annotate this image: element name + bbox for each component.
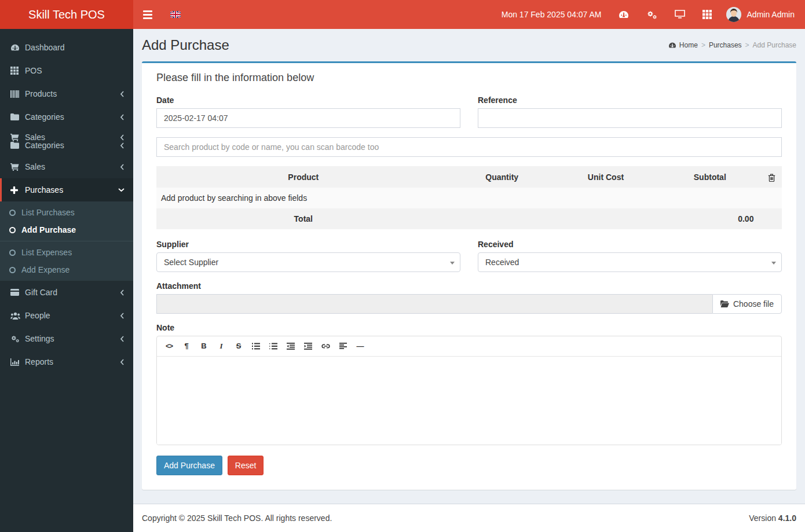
breadcrumb-home-label: Home — [679, 41, 698, 49]
cogs-icon — [10, 335, 25, 343]
choose-file-button[interactable]: Choose file — [712, 294, 782, 314]
unit-cost-column-header: Unit Cost — [554, 166, 658, 187]
add-purchase-panel: Please fill in the information below Dat… — [142, 61, 796, 489]
version-label: Version — [749, 513, 778, 523]
strikethrough-button[interactable]: S — [231, 340, 246, 353]
sidebar-item-settings[interactable]: Settings — [0, 327, 133, 350]
submenu-item-label: Add Expense — [21, 265, 69, 274]
strikethrough-icon: S — [236, 342, 241, 350]
circle-icon — [9, 227, 16, 233]
cart-icon — [10, 163, 25, 171]
brand-logo[interactable]: Skill Tech POS — [0, 0, 133, 29]
code-view-button[interactable]: <> — [162, 340, 177, 353]
delete-column-header — [762, 166, 782, 187]
user-menu[interactable]: Admin Admin — [720, 0, 805, 29]
uk-flag-icon — [170, 11, 181, 18]
sidebar-item-sales[interactable]: Sales — [0, 155, 133, 178]
folder-icon — [10, 142, 25, 149]
folder-open-icon — [720, 300, 729, 307]
pos-screen-button[interactable] — [666, 0, 694, 29]
trash-icon — [768, 174, 775, 182]
reference-label: Reference — [478, 96, 782, 105]
link-button[interactable] — [318, 340, 333, 353]
received-select[interactable]: Received — [478, 252, 782, 272]
page-title: Add Purchase — [142, 38, 229, 53]
date-input[interactable] — [156, 108, 460, 128]
sidebar-item-pos[interactable]: POS — [0, 59, 133, 82]
attachment-label: Attachment — [156, 281, 782, 291]
reference-input[interactable] — [478, 108, 782, 128]
chevron-left-icon — [120, 142, 125, 149]
chevron-left-icon — [120, 91, 125, 97]
sidebar-item-label: POS — [25, 66, 125, 75]
note-textarea[interactable] — [157, 357, 781, 445]
sales-categories-line-1[interactable]: Sales — [0, 133, 133, 141]
desktop-icon — [675, 10, 685, 19]
outdent-button[interactable] — [283, 340, 298, 353]
bold-button[interactable]: B — [196, 340, 211, 353]
sidebar-item-label: Sales — [25, 133, 120, 141]
content-header: Add Purchase Home > Purchases > Add Purc… — [133, 29, 805, 61]
apps-menu-button[interactable] — [694, 0, 720, 29]
add-purchase-button[interactable]: Add Purchase — [156, 456, 222, 475]
select-arrow-icon — [771, 262, 776, 265]
sidebar-item-label: Settings — [25, 334, 120, 343]
circle-icon — [9, 267, 16, 273]
sidebar-item-label: Categories — [25, 141, 120, 149]
sidebar-item-label: Sales — [25, 162, 120, 171]
sales-categories-line-2[interactable]: Categories — [0, 141, 133, 149]
panel-title: Please fill in the information below — [156, 72, 314, 83]
choose-file-label: Choose file — [733, 299, 774, 309]
sidebar-item-gift-card[interactable]: Gift Card — [0, 281, 133, 304]
dashboard-shortcut-button[interactable] — [610, 0, 638, 29]
sidebar-item-reports[interactable]: Reports — [0, 350, 133, 373]
indent-button[interactable] — [301, 340, 316, 353]
language-selector[interactable] — [162, 0, 189, 29]
horizontal-rule-button[interactable]: — — [353, 340, 368, 353]
subtotal-column-header: Subtotal — [658, 166, 762, 187]
brand-title: Skill Tech POS — [28, 8, 105, 21]
sidebar-item-sales-categories[interactable]: Sales Categories — [0, 129, 133, 155]
chevron-left-icon — [120, 359, 125, 365]
navbar-datetime: Mon 17 Feb 2025 04:07 AM — [493, 10, 610, 19]
link-icon — [321, 343, 330, 349]
supplier-selected-value: Select Supplier — [164, 258, 218, 267]
submenu-item-label: List Expenses — [21, 248, 72, 257]
submenu-item-list-purchases[interactable]: List Purchases — [0, 204, 133, 221]
sidebar-item-purchases[interactable]: Purchases — [0, 178, 133, 201]
panel-body: Date Reference Product — [142, 87, 796, 489]
breadcrumb-separator: > — [745, 41, 749, 49]
date-label: Date — [156, 96, 460, 105]
submenu-item-label: List Purchases — [21, 208, 75, 217]
submenu-item-add-purchase[interactable]: Add Purchase — [0, 221, 133, 239]
circle-icon — [9, 250, 16, 256]
sidebar-item-categories[interactable]: Categories — [0, 105, 133, 129]
unordered-list-button[interactable] — [248, 340, 264, 353]
total-label: Total — [156, 208, 451, 229]
ordered-list-button[interactable] — [266, 340, 281, 353]
sidebar-item-dashboard[interactable]: Dashboard — [0, 36, 133, 59]
chevron-left-icon — [120, 134, 125, 141]
purchases-submenu: List Purchases Add Purchase List Expense… — [0, 201, 133, 281]
italic-button[interactable]: I — [214, 340, 229, 353]
paragraph-style-button[interactable]: ¶ — [179, 340, 194, 353]
reset-button[interactable]: Reset — [228, 456, 264, 475]
product-search-input[interactable] — [156, 137, 782, 157]
sidebar-item-products[interactable]: Products — [0, 82, 133, 105]
unordered-list-icon — [252, 343, 260, 350]
top-navbar: Mon 17 Feb 2025 04:07 AM — [133, 0, 805, 29]
received-label: Received — [478, 240, 782, 249]
main-footer: Copyright © 2025 Skill Tech POS. All rig… — [133, 504, 805, 532]
submenu-item-list-expenses[interactable]: List Expenses — [0, 244, 133, 261]
align-left-button[interactable] — [335, 340, 350, 353]
sidebar-item-people[interactable]: People — [0, 304, 133, 327]
content-wrapper: Add Purchase Home > Purchases > Add Purc… — [133, 29, 805, 504]
note-toolbar: <> ¶ B I S — [157, 336, 781, 357]
supplier-select[interactable]: Select Supplier — [156, 252, 460, 272]
breadcrumb-home-link[interactable]: Home — [668, 41, 698, 49]
settings-shortcut-button[interactable] — [638, 0, 666, 29]
sidebar-toggle-button[interactable] — [133, 0, 162, 29]
submenu-item-add-expense[interactable]: Add Expense — [0, 261, 133, 278]
sidebar-item-label: Reports — [25, 357, 120, 366]
breadcrumb-purchases-link[interactable]: Purchases — [709, 41, 742, 49]
